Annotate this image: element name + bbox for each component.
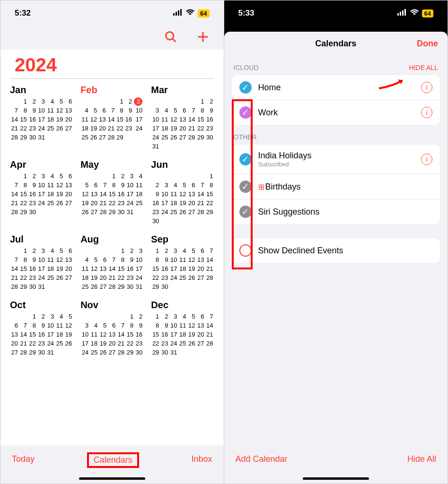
- days-grid: 1234567891011121314151617181920212223242…: [10, 172, 73, 216]
- checkmark-icon[interactable]: ✓: [239, 81, 252, 94]
- sheet-title: Calendars: [315, 39, 356, 49]
- status-bar-right: 5:33 64: [224, 0, 448, 26]
- year-view[interactable]: 2024 Jan 1234567891011121314151617181920…: [0, 50, 224, 446]
- month-feb[interactable]: Feb 123456789101112131415161718192021222…: [80, 85, 143, 151]
- status-bar-left: 5:32 64: [0, 0, 224, 26]
- add-icon[interactable]: [196, 30, 210, 45]
- wifi-icon: [410, 9, 419, 18]
- status-time: 5:33: [238, 9, 255, 18]
- svg-point-4: [166, 32, 173, 40]
- add-calendar-button[interactable]: Add Calendar: [236, 454, 288, 464]
- cellular-icon: [173, 9, 183, 18]
- calendar-row-india[interactable]: ✓ India Holidays Subscribed i: [232, 145, 440, 174]
- days-grid: 1234567891011121314151617181920212223242…: [10, 97, 73, 142]
- calendar-label: India Holidays: [258, 151, 415, 161]
- info-icon[interactable]: i: [421, 82, 432, 93]
- days-grid: 1234567891011121314151617181920212223242…: [151, 312, 214, 357]
- svg-rect-1: [176, 12, 177, 16]
- month-name: Aug: [80, 234, 143, 245]
- wifi-icon: [185, 9, 195, 18]
- status-icons: 64: [173, 9, 209, 18]
- svg-rect-3: [180, 9, 182, 16]
- calendar-row-siri[interactable]: ✓ Siri Suggestions: [232, 199, 440, 224]
- svg-line-5: [172, 39, 176, 42]
- hide-all-button[interactable]: Hide All: [407, 454, 436, 464]
- days-grid: 1234567891011121314151617181920212223242…: [10, 312, 73, 357]
- other-list: ✓ India Holidays Subscribed i ✓ ⊞Birthda…: [232, 145, 440, 224]
- hide-all-button[interactable]: HIDE ALL: [409, 64, 438, 71]
- svg-rect-9: [400, 12, 401, 16]
- sheet-header: Calendars Done: [224, 32, 448, 55]
- days-grid: 1234567891011121314151617181920212223242…: [80, 312, 143, 357]
- month-name: May: [80, 159, 143, 170]
- month-sep[interactable]: Sep1234567891011121314151617181920212223…: [151, 234, 214, 291]
- month-name: Apr: [10, 159, 73, 170]
- month-jan[interactable]: Jan 123456789101112131415161718192021222…: [10, 85, 73, 151]
- svg-rect-2: [178, 10, 179, 16]
- calendar-row-work[interactable]: ✓ Work i: [232, 100, 440, 125]
- home-indicator[interactable]: [303, 477, 369, 480]
- svg-rect-0: [173, 13, 175, 16]
- month-jun[interactable]: Jun 123456789101112131415161718192021222…: [151, 159, 214, 225]
- month-nov[interactable]: Nov 123456789101112131415161718192021222…: [80, 300, 143, 357]
- month-name: Dec: [151, 300, 214, 311]
- status-icons: 64: [397, 9, 433, 18]
- month-mar[interactable]: Mar 123456789101112131415161718192021222…: [151, 85, 214, 151]
- days-grid: 1234567891011121314151617181920212223242…: [80, 97, 143, 142]
- info-icon[interactable]: i: [421, 154, 432, 165]
- month-dec[interactable]: Dec1234567891011121314151617181920212223…: [151, 300, 214, 357]
- month-name: Feb: [80, 85, 143, 95]
- month-apr[interactable]: Apr 123456789101112131415161718192021222…: [10, 159, 73, 225]
- month-name: Oct: [10, 300, 73, 311]
- month-may[interactable]: May 123456789101112131415161718192021222…: [80, 159, 143, 225]
- declined-label: Show Declined Events: [258, 246, 433, 256]
- icloud-label: ICLOUD: [234, 64, 259, 71]
- battery-indicator: 64: [198, 9, 209, 17]
- month-name: Mar: [151, 85, 214, 95]
- month-jul[interactable]: Jul 123456789101112131415161718192021222…: [10, 234, 73, 291]
- svg-rect-10: [402, 10, 404, 16]
- battery-indicator: 64: [422, 9, 433, 17]
- days-grid: 1234567891011121314151617181920212223242…: [151, 247, 214, 291]
- cellular-icon: [397, 9, 407, 18]
- calendars-button[interactable]: Calendars: [87, 452, 139, 468]
- search-icon[interactable]: [164, 30, 177, 45]
- days-grid: 1234567891011121314151617181920212223242…: [80, 172, 143, 216]
- info-icon[interactable]: i: [421, 107, 432, 118]
- show-declined-row[interactable]: Show Declined Events: [232, 238, 440, 263]
- days-grid: 1234567891011121314151617181920212223242…: [10, 247, 73, 291]
- icloud-section-header: ICLOUD HIDE ALL: [224, 55, 448, 75]
- today-button[interactable]: Today: [12, 454, 35, 464]
- toolbar: [0, 26, 224, 50]
- month-name: Jul: [10, 234, 73, 245]
- calendar-row-birthdays[interactable]: ✓ ⊞Birthdays: [232, 174, 440, 199]
- days-grid: 1234567891011121314151617181920212223242…: [151, 172, 214, 225]
- gift-icon: ⊞: [258, 183, 264, 191]
- days-grid: 1234567891011121314151617181920212223242…: [151, 97, 214, 151]
- home-indicator[interactable]: [79, 477, 145, 480]
- month-aug[interactable]: Aug 123456789101112131415161718192021222…: [80, 234, 143, 291]
- calendars-sheet: Calendars Done ICLOUD HIDE ALL ✓ Home i …: [224, 32, 448, 484]
- calendar-label: Work: [258, 108, 415, 118]
- month-name: Nov: [80, 300, 143, 311]
- month-name: Jan: [10, 85, 73, 95]
- year-title: 2024: [10, 50, 214, 79]
- calendar-sublabel: Subscribed: [258, 161, 415, 168]
- month-name: Jun: [151, 159, 214, 170]
- declined-list: Show Declined Events: [232, 238, 440, 263]
- arrow-annotation: [377, 77, 410, 91]
- inbox-button[interactable]: Inbox: [191, 454, 212, 464]
- months-grid: Jan 123456789101112131415161718192021222…: [10, 85, 214, 357]
- days-grid: 1234567891011121314151617181920212223242…: [80, 247, 143, 291]
- done-button[interactable]: Done: [417, 39, 438, 49]
- month-oct[interactable]: Oct 123456789101112131415161718192021222…: [10, 300, 73, 357]
- other-section-header: OTHER: [224, 125, 448, 145]
- highlight-annotation: [232, 99, 253, 269]
- status-time: 5:32: [15, 9, 31, 18]
- month-name: Sep: [151, 234, 214, 245]
- calendar-label: Siri Suggestions: [258, 207, 433, 217]
- calendar-label: Birthdays: [265, 182, 301, 191]
- svg-rect-11: [404, 9, 406, 16]
- svg-rect-8: [397, 13, 399, 16]
